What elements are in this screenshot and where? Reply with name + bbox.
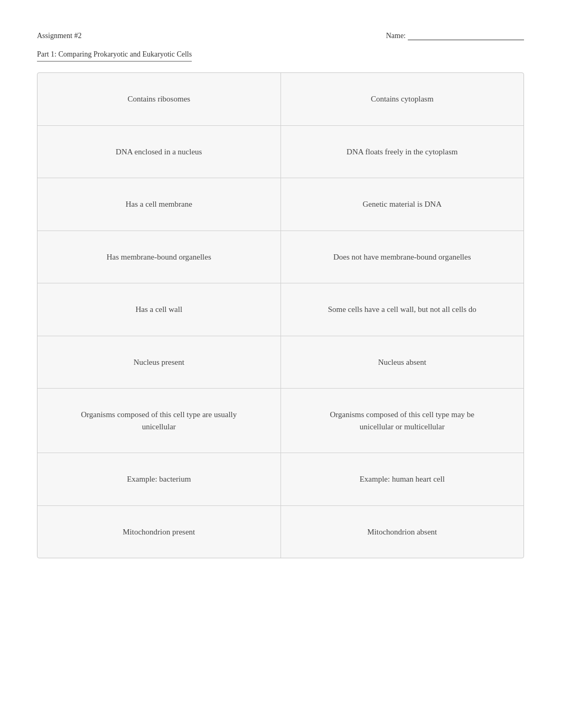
assignment-label: Assignment #2: [37, 32, 81, 40]
table-row: Organisms composed of this cell type are…: [38, 389, 523, 453]
cell-left-8: Mitochondrion present: [38, 506, 281, 558]
cell-right-6: Organisms composed of this cell type may…: [281, 389, 524, 453]
cell-right-text-1: DNA floats freely in the cytoplasm: [347, 146, 457, 158]
cell-left-text-2: Has a cell membrane: [126, 198, 192, 210]
cell-left-text-8: Mitochondrion present: [123, 526, 195, 538]
cell-right-5: Nucleus absent: [281, 336, 524, 389]
cell-right-2: Genetic material is DNA: [281, 178, 524, 231]
cell-right-text-8: Mitochondrion absent: [367, 526, 437, 538]
cell-right-text-5: Nucleus absent: [378, 356, 426, 368]
table-row: DNA enclosed in a nucleusDNA floats free…: [38, 126, 523, 179]
name-label: Name:: [386, 32, 406, 40]
table-row: Has a cell membraneGenetic material is D…: [38, 178, 523, 231]
cell-left-text-1: DNA enclosed in a nucleus: [116, 146, 202, 158]
table-row: Has membrane-bound organellesDoes not ha…: [38, 231, 523, 284]
table-row: Contains ribosomesContains cytoplasm: [38, 73, 523, 126]
cell-right-text-7: Example: human heart cell: [360, 473, 445, 485]
comparison-table: Contains ribosomesContains cytoplasmDNA …: [37, 72, 524, 558]
cell-right-text-2: Genetic material is DNA: [362, 198, 442, 210]
cell-right-text-4: Some cells have a cell wall, but not all…: [328, 303, 476, 316]
cell-left-6: Organisms composed of this cell type are…: [38, 389, 281, 453]
table-row: Mitochondrion presentMitochondrion absen…: [38, 506, 523, 558]
cell-right-text-6: Organisms composed of this cell type may…: [312, 409, 492, 432]
cell-right-text-0: Contains cytoplasm: [371, 93, 434, 105]
cell-right-4: Some cells have a cell wall, but not all…: [281, 283, 524, 336]
cell-left-2: Has a cell membrane: [38, 178, 281, 231]
table-row: Nucleus presentNucleus absent: [38, 336, 523, 389]
cell-left-3: Has membrane-bound organelles: [38, 231, 281, 283]
cell-right-3: Does not have membrane-bound organelles: [281, 231, 524, 283]
cell-left-7: Example: bacterium: [38, 453, 281, 505]
cell-left-text-6: Organisms composed of this cell type are…: [69, 409, 249, 432]
table-row: Example: bacteriumExample: human heart c…: [38, 453, 523, 506]
cell-left-1: DNA enclosed in a nucleus: [38, 126, 281, 178]
cell-left-text-0: Contains ribosomes: [127, 93, 190, 105]
cell-right-text-3: Does not have membrane-bound organelles: [333, 251, 471, 263]
cell-left-text-5: Nucleus present: [134, 356, 184, 368]
cell-left-0: Contains ribosomes: [38, 73, 281, 125]
cell-right-0: Contains cytoplasm: [281, 73, 524, 125]
cell-right-8: Mitochondrion absent: [281, 506, 524, 558]
cell-left-text-3: Has membrane-bound organelles: [107, 251, 211, 263]
table-row: Has a cell wallSome cells have a cell wa…: [38, 283, 523, 336]
cell-right-7: Example: human heart cell: [281, 453, 524, 505]
name-line: [408, 32, 524, 40]
cell-right-1: DNA floats freely in the cytoplasm: [281, 126, 524, 178]
cell-left-4: Has a cell wall: [38, 283, 281, 336]
cell-left-text-4: Has a cell wall: [135, 303, 182, 316]
cell-left-5: Nucleus present: [38, 336, 281, 389]
cell-left-text-7: Example: bacterium: [127, 473, 191, 485]
part-title: Part 1: Comparing Prokaryotic and Eukary…: [37, 50, 192, 62]
